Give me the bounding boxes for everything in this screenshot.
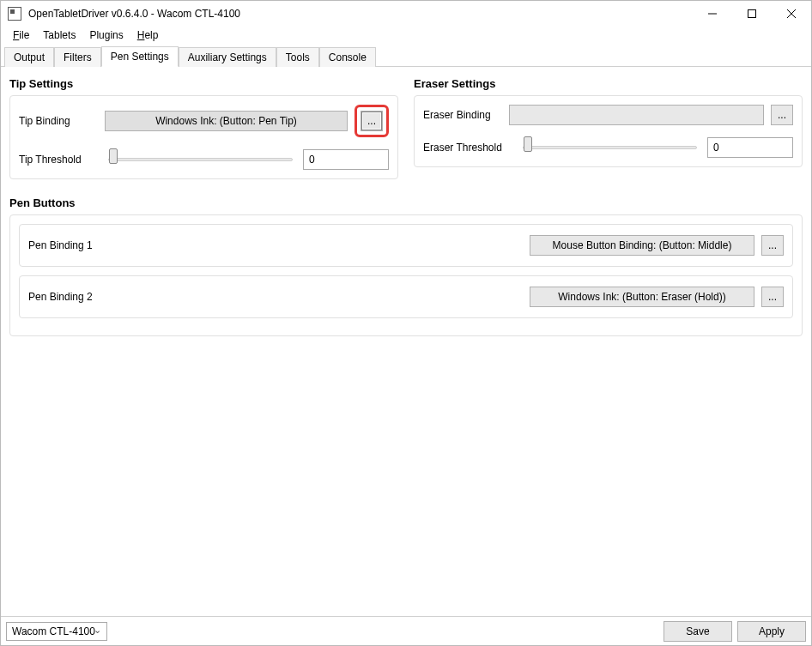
menu-plugins[interactable]: Plugins [82,28,130,42]
tabstrip: Output Filters Pen Settings Auxiliary Se… [1,45,811,67]
pen-binding-2-row: Pen Binding 2 Windows Ink: (Button: Eras… [19,275,793,318]
tab-console[interactable]: Console [319,47,376,67]
minimize-button[interactable] [693,1,732,27]
apply-button[interactable]: Apply [737,621,806,642]
menu-file[interactable]: File [6,28,36,42]
eraser-settings-title: Eraser Settings [414,77,803,90]
tip-settings-section: Tip Settings Tip Binding Windows Ink: (B… [9,77,398,179]
eraser-settings-section: Eraser Settings Eraser Binding ... Erase… [414,77,803,179]
menu-tablets[interactable]: Tablets [36,28,82,42]
tip-binding-display[interactable]: Windows Ink: (Button: Pen Tip) [105,111,348,131]
device-selector-value: Wacom CTL-4100 [12,625,95,637]
pen-buttons-title: Pen Buttons [9,196,803,209]
close-icon [787,9,796,18]
minimize-icon [708,9,717,18]
pen-binding-1-display[interactable]: Mouse Button Binding: (Button: Middle) [530,235,754,256]
pen-settings-panel: Tip Settings Tip Binding Windows Ink: (B… [1,67,811,336]
pen-binding-1-row: Pen Binding 1 Mouse Button Binding: (But… [19,224,793,267]
svg-rect-1 [748,10,756,18]
bottombar: Wacom CTL-4100 Save Apply [1,616,811,645]
tab-filters[interactable]: Filters [54,47,101,67]
pen-binding-2-ellipsis-button[interactable]: ... [761,287,784,307]
eraser-threshold-slider[interactable] [523,146,697,149]
eraser-binding-display[interactable] [509,105,764,125]
save-button[interactable]: Save [664,621,732,642]
eraser-binding-label: Eraser Binding [423,109,502,121]
pen-binding-2-label: Pen Binding 2 [28,291,93,303]
tab-tools[interactable]: Tools [276,47,319,67]
menu-help[interactable]: Help [130,28,166,42]
pen-buttons-section: Pen Buttons Pen Binding 1 Mouse Button B… [9,196,803,336]
menubar: File Tablets Plugins Help [1,27,811,44]
tab-pen-settings[interactable]: Pen Settings [101,46,179,67]
tip-threshold-input[interactable] [303,149,389,170]
tip-binding-ellipsis-button[interactable]: ... [361,111,383,131]
maximize-button[interactable] [732,1,772,27]
pen-binding-2-display[interactable]: Windows Ink: (Button: Eraser (Hold)) [530,287,754,307]
pen-binding-1-label: Pen Binding 1 [28,239,93,251]
tip-settings-title: Tip Settings [9,77,398,90]
tip-binding-label: Tip Binding [19,115,98,127]
tip-threshold-slider[interactable] [108,158,293,161]
tip-threshold-label: Tip Threshold [19,154,98,166]
device-selector[interactable]: Wacom CTL-4100 [6,622,107,641]
window-title: OpenTabletDriver v0.6.4.0 - Wacom CTL-41… [28,8,240,20]
titlebar: OpenTabletDriver v0.6.4.0 - Wacom CTL-41… [1,1,811,27]
close-button[interactable] [772,1,811,27]
eraser-threshold-label: Eraser Threshold [423,142,512,154]
tip-binding-ellipsis-highlight: ... [354,105,389,137]
maximize-icon [748,9,756,18]
eraser-binding-ellipsis-button[interactable]: ... [771,105,793,125]
eraser-threshold-input[interactable] [707,137,793,158]
tab-output[interactable]: Output [4,47,54,67]
tab-auxiliary-settings[interactable]: Auxiliary Settings [179,47,276,67]
pen-binding-1-ellipsis-button[interactable]: ... [761,235,784,256]
app-icon [8,7,21,21]
